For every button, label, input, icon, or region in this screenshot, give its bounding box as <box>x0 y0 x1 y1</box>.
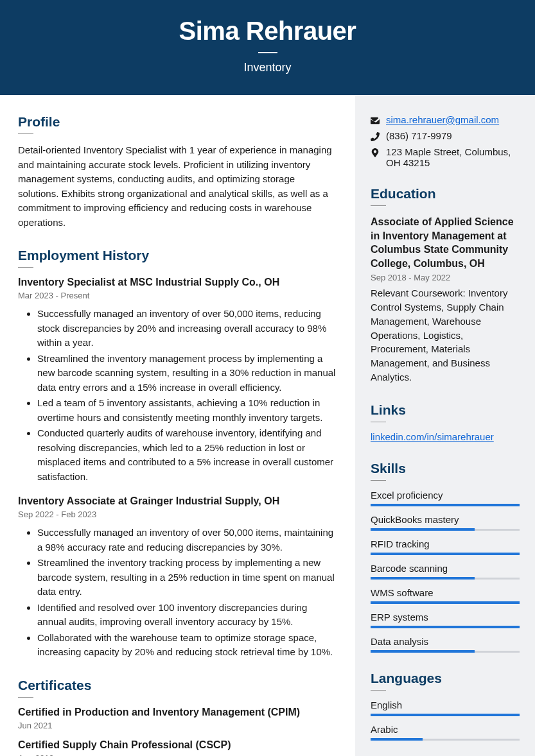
languages-heading: Languages <box>371 671 520 686</box>
section-underline <box>371 480 386 481</box>
language-name: English <box>371 700 520 710</box>
skill-item: Barcode scanning <box>371 563 520 580</box>
links-heading: Links <box>371 402 520 418</box>
section-underline <box>18 697 33 698</box>
email-icon <box>371 116 380 127</box>
contact-email[interactable]: sima.rehrauer@gmail.com <box>386 114 499 125</box>
skill-name: Excel proficiency <box>371 490 520 501</box>
skill-name: RFID tracking <box>371 538 520 549</box>
skills-heading: Skills <box>371 461 520 476</box>
skill-fill <box>371 504 520 506</box>
profile-text: Detail-oriented Inventory Specialist wit… <box>18 143 337 230</box>
job-bullet: Successfully managed an inventory of ove… <box>37 526 337 554</box>
job-title: Inventory Specialist at MSC Industrial S… <box>18 277 337 288</box>
job-item: Inventory Specialist at MSC Industrial S… <box>18 277 337 484</box>
person-name: Sima Rehrauer <box>0 17 535 46</box>
job-bullet: Led a team of 5 inventory assistants, ac… <box>37 396 337 425</box>
skill-fill <box>371 650 475 653</box>
language-bar <box>371 739 520 741</box>
sidebar-column: sima.rehrauer@gmail.com (836) 717-9979 1… <box>355 95 535 756</box>
skill-name: QuickBooks mastery <box>371 514 520 525</box>
language-item: Arabic <box>371 724 520 741</box>
certificate-item: Certified in Production and Inventory Ma… <box>18 707 337 730</box>
skill-item: WMS software <box>371 587 520 604</box>
employment-heading: Employment History <box>18 248 337 263</box>
education-title: Associate of Applied Science in Inventor… <box>371 215 520 270</box>
section-underline <box>371 205 386 206</box>
section-underline <box>371 422 386 422</box>
skill-fill <box>371 626 520 628</box>
job-date: Sep 2022 - Feb 2023 <box>18 510 337 519</box>
skill-bar <box>371 529 520 531</box>
certificates-section: Certificates Certified in Production and… <box>18 678 337 757</box>
skill-bar <box>371 626 520 628</box>
job-bullet: Identified and resolved over 100 invento… <box>37 601 337 630</box>
education-heading: Education <box>371 186 520 202</box>
job-bullets: Successfully managed an inventory of ove… <box>18 307 337 484</box>
profile-heading: Profile <box>18 114 337 130</box>
certificate-title: Certified in Production and Inventory Ma… <box>18 707 337 718</box>
skill-name: Data analysis <box>371 636 520 647</box>
job-bullet: Conducted quarterly audits of warehouse … <box>37 426 337 484</box>
section-underline <box>18 133 33 134</box>
job-date: Mar 2023 - Present <box>18 291 337 300</box>
section-underline <box>371 690 386 691</box>
resume-header: Sima Rehrauer Inventory <box>0 0 535 95</box>
job-title: Inventory Associate at Grainger Industri… <box>18 495 337 507</box>
skill-name: ERP systems <box>371 612 520 623</box>
skill-fill <box>371 553 520 555</box>
job-bullets: Successfully managed an inventory of ove… <box>18 526 337 660</box>
language-bar <box>371 714 520 716</box>
certificates-heading: Certificates <box>18 678 337 693</box>
skill-fill <box>371 528 475 531</box>
skill-item: RFID tracking <box>371 538 520 555</box>
skill-bar <box>371 578 520 580</box>
skill-name: Barcode scanning <box>371 563 520 574</box>
main-column: Profile Detail-oriented Inventory Specia… <box>0 95 355 756</box>
person-title: Inventory <box>0 61 535 74</box>
languages-section: Languages EnglishArabic <box>371 671 520 741</box>
job-bullet: Streamlined the inventory tracking proce… <box>37 556 337 599</box>
skill-item: Excel proficiency <box>371 490 520 506</box>
employment-section: Employment History Inventory Specialist … <box>18 248 337 660</box>
job-bullet: Successfully managed an inventory of ove… <box>37 307 337 350</box>
header-divider <box>258 52 277 53</box>
job-bullet: Streamlined the inventory management pro… <box>37 352 337 395</box>
contact-phone-row: (836) 717-9979 <box>371 130 520 143</box>
certificate-title: Certified Supply Chain Professional (CSC… <box>18 739 337 751</box>
skill-bar <box>371 602 520 604</box>
contact-phone: (836) 717-9979 <box>386 130 452 141</box>
contact-section: sima.rehrauer@gmail.com (836) 717-9979 1… <box>371 114 520 168</box>
skill-item: ERP systems <box>371 612 520 628</box>
certificate-item: Certified Supply Chain Professional (CSC… <box>18 739 337 757</box>
education-section: Education Associate of Applied Science i… <box>371 186 520 384</box>
skill-item: QuickBooks mastery <box>371 514 520 531</box>
education-date: Sep 2018 - May 2022 <box>371 273 520 282</box>
phone-icon <box>371 132 380 143</box>
education-text: Relevant Coursework: Inventory Control S… <box>371 286 520 384</box>
job-bullet: Collaborated with the warehouse team to … <box>37 631 337 660</box>
resume-content: Profile Detail-oriented Inventory Specia… <box>0 95 535 756</box>
location-icon <box>371 148 380 159</box>
skill-item: Data analysis <box>371 636 520 653</box>
certificate-date: Jun 2021 <box>18 721 337 730</box>
contact-address-row: 123 Maple Street, Columbus, OH 43215 <box>371 146 520 168</box>
language-item: English <box>371 700 520 716</box>
contact-email-row: sima.rehrauer@gmail.com <box>371 114 520 127</box>
skill-bar <box>371 651 520 653</box>
skill-bar <box>371 553 520 555</box>
skill-bar <box>371 504 520 506</box>
language-fill <box>371 714 520 716</box>
job-item: Inventory Associate at Grainger Industri… <box>18 495 337 660</box>
skill-fill <box>371 601 520 604</box>
links-section: Links linkedin.com/in/simarehrauer <box>371 402 520 443</box>
skill-name: WMS software <box>371 587 520 598</box>
certificate-date: Aug 2019 <box>18 753 337 757</box>
language-fill <box>371 738 423 741</box>
skill-fill <box>371 577 475 580</box>
profile-section: Profile Detail-oriented Inventory Specia… <box>18 114 337 230</box>
contact-address: 123 Maple Street, Columbus, OH 43215 <box>386 146 520 168</box>
linkedin-link[interactable]: linkedin.com/in/simarehrauer <box>371 431 494 442</box>
section-underline <box>18 267 33 268</box>
skills-section: Skills Excel proficiencyQuickBooks maste… <box>371 461 520 653</box>
